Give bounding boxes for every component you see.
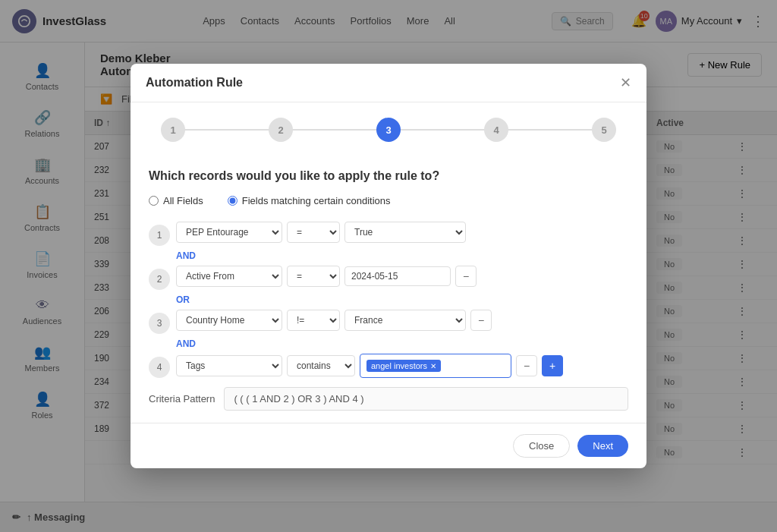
logic-and-1: AND	[176, 250, 628, 261]
condition-row-1: 1 PEP Entourage = True	[149, 222, 628, 246]
tag-label: angel investors	[371, 361, 427, 370]
condition-2-value-input[interactable]	[344, 266, 451, 286]
condition-4-add-button[interactable]: +	[542, 355, 563, 376]
remove-tag-icon[interactable]: ✕	[430, 362, 436, 370]
condition-1-fields: PEP Entourage = True	[176, 222, 628, 243]
criteria-section: Criteria Pattern	[149, 387, 628, 411]
condition-number-2: 2	[149, 269, 170, 290]
condition-1-operator-select[interactable]: =	[287, 222, 340, 243]
condition-row-2: 2 Active From = −	[149, 266, 628, 290]
condition-3-value-select[interactable]: France	[344, 310, 466, 331]
step-2[interactable]: 2	[269, 118, 293, 142]
criteria-pattern-input[interactable]	[224, 387, 628, 411]
step-3[interactable]: 3	[376, 118, 401, 142]
condition-3-remove-button[interactable]: −	[470, 310, 492, 331]
automation-rule-modal: Automation Rule ✕ 1 2 3 4 5 Which record…	[131, 64, 646, 468]
logic-or-1: OR	[176, 294, 628, 305]
condition-4-fields: Tags contains angel investors ✕ − +	[176, 354, 628, 378]
condition-number-4: 4	[149, 357, 170, 378]
matching-conditions-radio[interactable]	[228, 196, 238, 206]
condition-number-3: 3	[149, 313, 170, 334]
condition-row-4: 4 Tags contains angel investors ✕ −	[149, 354, 628, 378]
modal-title: Automation Rule	[146, 76, 243, 90]
condition-3-fields: Country Home != France −	[176, 310, 628, 331]
condition-2-remove-button[interactable]: −	[455, 266, 477, 287]
modal-body: Which records would you like to apply th…	[131, 157, 646, 423]
condition-2-field-select[interactable]: Active From	[176, 266, 282, 287]
condition-1-value-select[interactable]: True	[344, 222, 466, 243]
matching-conditions-option[interactable]: Fields matching certain conditions	[228, 195, 391, 206]
filter-type-radio-group: All Fields Fields matching certain condi…	[149, 195, 628, 206]
steps-container: 1 2 3 4 5	[131, 102, 646, 157]
modal-footer: Close Next	[131, 423, 646, 468]
condition-4-operator-select[interactable]: contains	[287, 355, 355, 376]
criteria-label: Criteria Pattern	[149, 393, 215, 405]
step-1[interactable]: 1	[161, 118, 185, 142]
logic-and-2: AND	[176, 338, 628, 349]
modal-close-button[interactable]: ✕	[620, 76, 631, 90]
step-5[interactable]: 5	[592, 118, 616, 142]
condition-3-field-select[interactable]: Country Home	[176, 310, 282, 331]
condition-4-field-select[interactable]: Tags	[176, 355, 282, 376]
condition-4-remove-button[interactable]: −	[516, 355, 537, 376]
modal-overlay: Automation Rule ✕ 1 2 3 4 5 Which record…	[0, 0, 777, 532]
condition-number-1: 1	[149, 225, 170, 246]
close-button[interactable]: Close	[513, 434, 570, 458]
condition-4-tag-input[interactable]: angel investors ✕	[360, 354, 511, 378]
condition-3-operator-select[interactable]: !=	[287, 310, 340, 331]
modal-header: Automation Rule ✕	[131, 64, 646, 102]
condition-row-3: 3 Country Home != France −	[149, 310, 628, 334]
question-text: Which records would you like to apply th…	[149, 169, 628, 183]
all-fields-radio[interactable]	[149, 196, 159, 206]
next-button[interactable]: Next	[577, 435, 628, 457]
condition-2-fields: Active From = −	[176, 266, 628, 287]
all-fields-option[interactable]: All Fields	[149, 195, 203, 206]
step-4[interactable]: 4	[484, 118, 508, 142]
condition-1-field-select[interactable]: PEP Entourage	[176, 222, 282, 243]
tag-chip-angel-investors: angel investors ✕	[366, 360, 441, 372]
condition-2-operator-select[interactable]: =	[287, 266, 340, 287]
